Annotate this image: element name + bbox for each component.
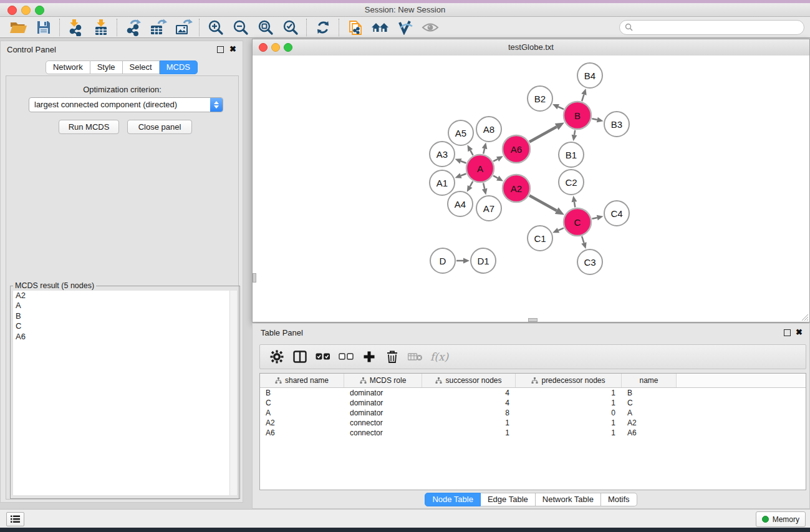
float-panel-icon[interactable] <box>217 46 224 53</box>
mcds-result-item[interactable]: A <box>13 301 237 311</box>
tab-network[interactable]: Network <box>46 60 90 74</box>
network-horizontal-scroll-thumb[interactable] <box>528 318 538 322</box>
mcds-result-item[interactable]: A6 <box>13 332 237 342</box>
table-settings-button[interactable] <box>265 346 288 368</box>
close-panel-icon[interactable]: ✖ <box>229 46 236 52</box>
optimization-select[interactable]: largest connected component (directed) <box>29 97 223 112</box>
graph-node-A[interactable]: A <box>466 155 494 182</box>
column-header-MCDS-role[interactable]: MCDS role <box>344 374 422 387</box>
network-canvas[interactable]: AA1A2A3A4A5A6A7A8BB1B2B3B4CC1C2C3C4DD1 <box>253 56 809 322</box>
search-input[interactable] <box>635 22 794 32</box>
graph-edge-A-A7[interactable] <box>483 183 485 188</box>
zoom-in-button[interactable] <box>203 17 228 37</box>
graph-edge-A-A6[interactable] <box>493 159 498 162</box>
graph-edge-B-B1[interactable] <box>574 130 575 135</box>
graph-edge-A2-C[interactable] <box>529 196 557 211</box>
save-session-button[interactable] <box>31 17 56 37</box>
export-network-button[interactable] <box>121 17 146 37</box>
split-columns-button[interactable] <box>288 346 311 368</box>
graph-node-A4[interactable]: A4 <box>448 191 473 216</box>
graph-edge-C-C3[interactable] <box>582 236 584 243</box>
graph-edge-B-B4[interactable] <box>582 95 584 102</box>
graph-node-A1[interactable]: A1 <box>430 170 455 195</box>
graph-node-C4[interactable]: C4 <box>604 201 629 226</box>
graph-node-D[interactable]: D <box>430 248 455 273</box>
clone-network-button[interactable] <box>343 17 368 37</box>
zoom-out-button[interactable] <box>228 17 253 37</box>
graph-node-A8[interactable]: A8 <box>476 117 501 142</box>
graph-edge-C-C1[interactable] <box>558 228 564 231</box>
table-row[interactable]: Cdominator41C <box>260 398 806 408</box>
network-vertical-scroll-thumb[interactable] <box>253 273 256 283</box>
tab-select[interactable]: Select <box>123 60 160 74</box>
table-row[interactable]: Bdominator41B <box>260 388 806 398</box>
zoom-fit-button[interactable] <box>253 17 278 37</box>
mcds-result-item[interactable]: A2 <box>13 291 237 301</box>
open-session-button[interactable] <box>6 17 31 37</box>
close-panel-button[interactable]: Close panel <box>127 120 192 134</box>
graph-node-B1[interactable]: B1 <box>559 142 584 167</box>
network-graph[interactable]: AA1A2A3A4A5A6A7A8BB1B2B3B4CC1C2C3C4DD1 <box>253 56 809 322</box>
graph-node-A7[interactable]: A7 <box>476 196 501 221</box>
select-all-columns-button[interactable] <box>311 346 334 368</box>
table-row[interactable]: Adominator80A <box>260 408 806 418</box>
tab-mcds[interactable]: MCDS <box>160 60 198 74</box>
graph-node-C1[interactable]: C1 <box>528 226 552 251</box>
resize-grip[interactable] <box>800 312 809 321</box>
graph-node-D1[interactable]: D1 <box>471 248 496 273</box>
tab-edge-table[interactable]: Edge Table <box>481 493 536 506</box>
graph-edge-A-A4[interactable] <box>470 181 473 186</box>
delete-table-button[interactable] <box>403 346 427 368</box>
float-table-panel-icon[interactable] <box>784 329 791 336</box>
graph-node-B3[interactable]: B3 <box>604 112 629 137</box>
graph-node-B4[interactable]: B4 <box>577 63 602 88</box>
graph-edge-A6-B[interactable] <box>529 127 557 142</box>
column-header-name[interactable]: name <box>622 374 677 387</box>
mcds-result-item[interactable]: C <box>13 321 237 331</box>
graph-edge-B-B3[interactable] <box>592 118 597 120</box>
import-network-button[interactable] <box>64 17 89 37</box>
column-header-predecessor-nodes[interactable]: predecessor nodes <box>516 374 622 387</box>
graph-edge-A-A2[interactable] <box>493 176 498 178</box>
graph-edge-A-A8[interactable] <box>483 148 485 153</box>
graph-node-A6[interactable]: A6 <box>503 135 530 163</box>
export-image-button[interactable] <box>171 17 196 37</box>
status-list-button[interactable] <box>6 512 24 526</box>
import-table-button[interactable] <box>89 17 113 37</box>
table-row[interactable]: A6connector11A6 <box>260 428 806 438</box>
graph-node-B[interactable]: B <box>564 102 591 129</box>
toggle-style-button[interactable] <box>393 17 418 37</box>
table-row[interactable]: A2connector11A2 <box>260 418 806 428</box>
graph-edge-A-A3[interactable] <box>461 161 466 163</box>
graph-node-C2[interactable]: C2 <box>559 170 584 195</box>
deselect-all-columns-button[interactable] <box>334 346 357 368</box>
graph-edge-A-A1[interactable] <box>461 173 466 175</box>
delete-column-button[interactable] <box>380 346 403 368</box>
graph-node-A2[interactable]: A2 <box>503 175 530 202</box>
close-table-panel-icon[interactable]: ✖ <box>796 329 803 336</box>
graph-node-C3[interactable]: C3 <box>577 249 602 274</box>
graph-edge-C-C2[interactable] <box>574 202 575 208</box>
memory-button[interactable]: Memory <box>756 511 806 527</box>
mcds-result-item[interactable]: B <box>13 311 237 321</box>
graph-edge-B-B2[interactable] <box>558 107 564 109</box>
column-header-successor-nodes[interactable]: successor nodes <box>422 374 516 387</box>
tab-node-table[interactable]: Node Table <box>425 493 481 506</box>
tab-network-table[interactable]: Network Table <box>536 493 601 506</box>
add-column-button[interactable] <box>357 346 380 368</box>
zoom-selected-button[interactable] <box>278 17 303 37</box>
refresh-view-button[interactable] <box>311 17 335 37</box>
show-all-levels-button[interactable] <box>368 17 393 37</box>
run-mcds-button[interactable]: Run MCDS <box>59 120 119 134</box>
export-table-button[interactable] <box>146 17 171 37</box>
column-header-shared-name[interactable]: shared name <box>260 374 344 387</box>
tab-motifs[interactable]: Motifs <box>601 493 637 506</box>
result-scrollbar[interactable] <box>229 291 237 495</box>
graph-node-C[interactable]: C <box>564 208 591 236</box>
function-builder-button[interactable]: f(x) <box>430 351 448 363</box>
show-hide-graphics-button[interactable] <box>418 17 443 37</box>
graph-edge-C-C4[interactable] <box>592 218 597 219</box>
graph-node-A5[interactable]: A5 <box>448 120 473 145</box>
graph-edge-A-A5[interactable] <box>470 150 473 155</box>
graph-node-A3[interactable]: A3 <box>430 142 455 167</box>
